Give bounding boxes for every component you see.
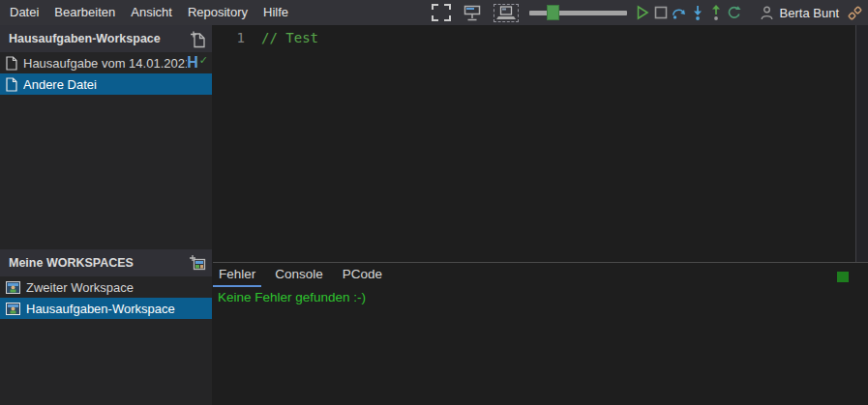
editor-line: 1 // Test (213, 29, 868, 47)
menu-item-ansicht[interactable]: Ansicht (123, 0, 180, 25)
slider-track[interactable] (529, 11, 627, 15)
run-debug-controls (635, 0, 741, 25)
workspace-item-hausaufgaben[interactable]: Hausaufgaben-Workspace (0, 298, 212, 319)
workspace-item-label: Zweiter Workspace (26, 280, 212, 295)
main-menu: Datei Bearbeiten Ansicht Repository Hilf… (2, 0, 296, 25)
workspace-icon (6, 281, 20, 294)
line-number: 1 (213, 29, 245, 47)
code-comment: // Test (261, 29, 318, 47)
user-icon (761, 6, 773, 20)
code-editor[interactable]: 1 // Test (213, 25, 868, 262)
stop-icon[interactable] (653, 6, 668, 19)
speed-slider[interactable] (529, 0, 629, 25)
workspace-panel-header: Meine WORKSPACES (0, 249, 212, 276)
tab-console[interactable]: Console (269, 263, 329, 287)
editor-scrollbar[interactable] (855, 25, 868, 262)
workspace-item-zweiter[interactable]: Zweiter Workspace (0, 276, 212, 298)
homework-marker: H ✓ (187, 54, 208, 72)
add-workspace-icon[interactable] (189, 254, 206, 272)
workspace-panel: Meine WORKSPACES Zwe (0, 249, 212, 319)
new-file-icon[interactable] (190, 30, 206, 48)
workspace-item-label: Hausaufgaben-Workspace (26, 302, 212, 316)
workspace-icon (6, 303, 20, 315)
bottom-panel-tabs: Fehler Console PCode (213, 263, 868, 287)
homework-h-badge: H (187, 54, 198, 72)
file-icon (6, 77, 17, 92)
step-over-icon[interactable] (672, 6, 686, 20)
bottom-panel: Fehler Console PCode Keine Fehler gefund… (213, 262, 868, 405)
menu-item-datei[interactable]: Datei (2, 0, 46, 25)
menu-item-bearbeiten[interactable]: Bearbeiten (46, 0, 123, 25)
file-item-label: Hausaufgabe vom 14.01.2021 (23, 56, 187, 71)
file-icon (6, 56, 17, 71)
ide-window: { "menubar": { "items": ["Datei", "Bearb… (0, 0, 868, 405)
logout-icon[interactable] (846, 4, 864, 22)
menu-bar: Datei Bearbeiten Ansicht Repository Hilf… (0, 0, 868, 25)
file-item-hausaufgabe[interactable]: Hausaufgabe vom 14.01.2021 H ✓ (0, 52, 212, 73)
laptop-mode-icon[interactable] (494, 4, 519, 22)
menu-item-repository[interactable]: Repository (180, 0, 255, 25)
file-panel-title: Hausaufgaben-Workspace (9, 32, 190, 45)
run-icon[interactable] (635, 5, 649, 20)
fullscreen-icon[interactable] (432, 4, 451, 21)
connection-status-indicator (837, 272, 849, 282)
file-item-andere-datei[interactable]: Andere Datei (0, 73, 212, 95)
tab-pcode[interactable]: PCode (337, 263, 388, 287)
file-panel-header: Hausaufgaben-Workspace (0, 25, 212, 52)
presentation-mode-icon[interactable] (464, 5, 481, 21)
sidebar: Hausaufgaben-Workspace Hausaufgabe vom 1… (0, 25, 212, 405)
homework-check-icon: ✓ (199, 54, 208, 66)
user-account[interactable]: Berta Bunt (761, 0, 864, 25)
step-out-icon[interactable] (708, 5, 723, 20)
user-name: Berta Bunt (780, 6, 839, 20)
menu-item-hilfe[interactable]: Hilfe (255, 0, 296, 25)
restart-icon[interactable] (727, 5, 741, 20)
tab-fehler[interactable]: Fehler (213, 263, 261, 287)
view-mode-controls (432, 0, 519, 25)
workspace-panel-title: Meine WORKSPACES (9, 256, 189, 270)
slider-handle[interactable] (547, 5, 559, 20)
error-panel-message: Keine Fehler gefunden :-) (213, 290, 868, 304)
file-item-label: Andere Datei (23, 77, 212, 92)
step-into-icon[interactable] (690, 5, 704, 20)
